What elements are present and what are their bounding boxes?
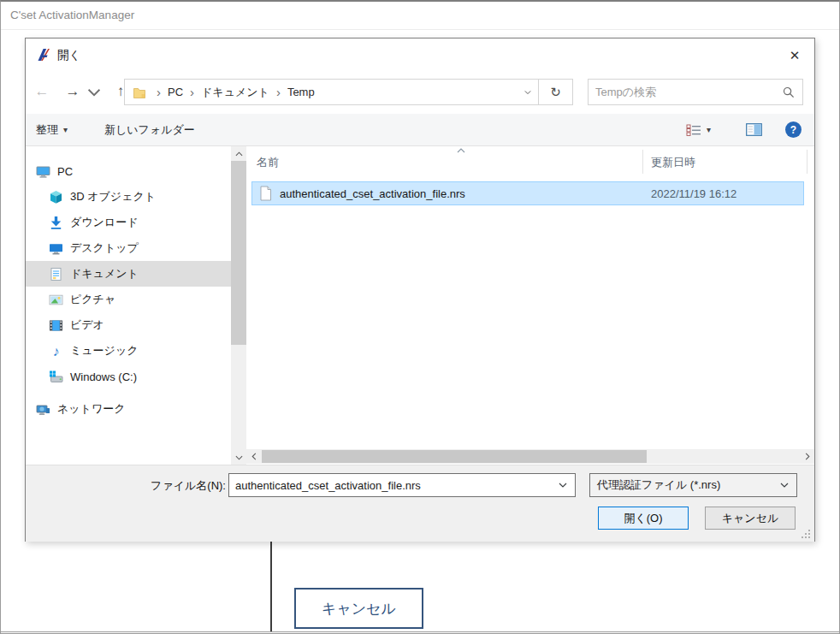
new-folder-label: 新しいフォルダー xyxy=(104,122,195,138)
sidebar-item-label: ダウンロード xyxy=(70,215,139,230)
file-icon xyxy=(259,186,272,201)
open-file-dialog: 開く ✕ ← → ↑ › PC › ドキュメント › Temp xyxy=(25,38,815,542)
sidebar-scrollbar[interactable] xyxy=(231,146,246,465)
breadcrumb-separator: › xyxy=(183,85,201,99)
scroll-down-icon[interactable] xyxy=(231,450,246,465)
dialog-titlebar: 開く ✕ xyxy=(26,39,814,71)
scroll-up-icon[interactable] xyxy=(231,146,246,161)
dialog-nav-row: ← → ↑ › PC › ドキュメント › Temp xyxy=(26,71,814,114)
help-icon: ? xyxy=(785,121,802,138)
column-header-date[interactable]: 更新日時 xyxy=(651,155,695,170)
organize-button[interactable]: 整理 ▾ xyxy=(29,114,74,145)
resize-grip[interactable] xyxy=(800,528,811,539)
documents-icon xyxy=(49,267,63,281)
address-dropdown-chevron-icon[interactable] xyxy=(524,90,533,95)
sidebar-item-label: 3D オブジェクト xyxy=(70,189,156,204)
refresh-icon[interactable]: ↻ xyxy=(538,79,573,105)
sidebar-item-3d-objects[interactable]: 3D オブジェクト xyxy=(26,184,231,210)
app-title: C'set ActivationManager xyxy=(10,9,134,21)
horizontal-scrollbar-thumb[interactable] xyxy=(262,450,647,463)
help-button[interactable]: ? xyxy=(778,114,808,145)
desktop-icon xyxy=(49,241,63,256)
pc-icon xyxy=(36,164,50,179)
search-icon[interactable] xyxy=(783,86,795,98)
change-view-button[interactable]: ▾ xyxy=(679,114,718,145)
sidebar-item-label: ビデオ xyxy=(70,317,104,333)
search-box xyxy=(588,79,803,105)
breadcrumb-segment-temp[interactable]: Temp xyxy=(287,86,315,98)
navigation-sidebar: PC 3D オブジェクト ダウンロード xyxy=(26,146,231,465)
sidebar-item-label: PC xyxy=(57,165,73,178)
dialog-content: PC 3D オブジェクト ダウンロード xyxy=(26,146,814,465)
file-name: authenticated_cset_activation_file.nrs xyxy=(280,187,465,200)
dialog-cancel-label: キャンセル xyxy=(722,511,779,526)
help-mark: ? xyxy=(790,124,796,136)
preview-pane-button[interactable] xyxy=(739,114,769,145)
music-icon: ♪ xyxy=(49,344,63,358)
column-divider xyxy=(807,150,807,174)
network-icon xyxy=(36,402,50,417)
dialog-toolbar: 整理 ▾ 新しいフォルダー ▾ xyxy=(26,114,814,146)
sidebar-item-label: ミュージック xyxy=(70,343,139,358)
breadcrumb-separator: › xyxy=(150,85,168,99)
file-row-selected[interactable]: authenticated_cset_activation_file.nrs 2… xyxy=(251,181,804,205)
download-icon xyxy=(49,216,63,230)
sidebar-item-downloads[interactable]: ダウンロード xyxy=(26,210,231,235)
column-divider xyxy=(642,150,643,174)
breadcrumb-segment-documents[interactable]: ドキュメント xyxy=(201,85,269,100)
preview-pane-icon xyxy=(746,123,762,136)
organize-label: 整理 xyxy=(36,122,58,138)
search-input[interactable] xyxy=(589,86,783,98)
sidebar-item-label: Windows (C:) xyxy=(70,370,137,383)
breadcrumb-segment-pc[interactable]: PC xyxy=(168,86,183,98)
forward-icon[interactable]: → xyxy=(62,80,84,103)
recent-locations-chevron-icon[interactable] xyxy=(87,86,101,98)
panel-divider-line xyxy=(270,542,272,631)
cset-logo-icon xyxy=(37,47,52,62)
sidebar-item-windows-c[interactable]: Windows (C:) xyxy=(26,364,231,389)
sidebar-scrollbar-thumb[interactable] xyxy=(231,161,246,345)
3d-objects-icon xyxy=(49,190,63,204)
folder-icon xyxy=(133,86,146,99)
organize-caret-icon: ▾ xyxy=(63,125,68,134)
app-titlebar: C'set ActivationManager xyxy=(1,2,839,30)
address-bar[interactable]: › PC › ドキュメント › Temp xyxy=(124,79,539,105)
new-folder-button[interactable]: 新しいフォルダー xyxy=(98,114,202,145)
activation-cancel-button[interactable]: キャンセル xyxy=(294,588,423,629)
sort-ascending-icon xyxy=(457,148,465,153)
scroll-left-icon[interactable] xyxy=(246,449,261,464)
sidebar-item-videos[interactable]: ビデオ xyxy=(26,312,231,338)
sidebar-item-documents[interactable]: ドキュメント xyxy=(26,261,231,287)
dialog-title: 開く xyxy=(57,48,80,63)
windows-drive-icon xyxy=(49,370,63,384)
sidebar-item-desktop[interactable]: デスクトップ xyxy=(26,235,231,261)
filename-label: ファイル名(N): xyxy=(145,478,226,494)
dialog-cancel-button[interactable]: キャンセル xyxy=(705,507,796,530)
filetype-value: 代理認証ファイル (*.nrs) xyxy=(590,477,780,493)
filetype-select[interactable]: 代理認証ファイル (*.nrs) xyxy=(589,473,797,497)
column-header-name[interactable]: 名前 xyxy=(257,155,279,170)
window-bottom-divider xyxy=(1,631,839,632)
sidebar-item-music[interactable]: ♪ ミュージック xyxy=(26,338,231,364)
sidebar-item-network[interactable]: ネットワーク xyxy=(26,396,231,422)
sidebar-item-label: デスクトップ xyxy=(70,240,139,256)
filename-input[interactable]: authenticated_cset_activation_file.nrs xyxy=(228,473,576,497)
sidebar-item-pictures[interactable]: ピクチャ xyxy=(26,287,231,312)
pictures-icon xyxy=(49,293,63,307)
list-horizontal-scrollbar[interactable] xyxy=(246,449,814,464)
sidebar-item-label: ピクチャ xyxy=(70,292,115,307)
activation-cancel-label: キャンセル xyxy=(322,599,396,619)
file-date: 2022/11/19 16:12 xyxy=(651,187,736,200)
back-icon[interactable]: ← xyxy=(31,80,53,103)
open-button[interactable]: 開く(O) xyxy=(598,507,689,530)
sidebar-item-pc[interactable]: PC xyxy=(26,158,231,184)
videos-icon xyxy=(49,318,63,333)
open-button-label: 開く(O) xyxy=(624,511,662,526)
scroll-right-icon[interactable] xyxy=(800,449,814,464)
views-caret-icon: ▾ xyxy=(707,125,711,134)
dialog-footer: ファイル名(N): authenticated_cset_activation_… xyxy=(26,465,814,542)
filename-dropdown-chevron-icon[interactable] xyxy=(559,483,567,488)
close-icon[interactable]: ✕ xyxy=(782,44,807,67)
filetype-dropdown-chevron-icon[interactable] xyxy=(780,483,789,488)
file-list-header: 名前 更新日時 xyxy=(246,146,814,177)
